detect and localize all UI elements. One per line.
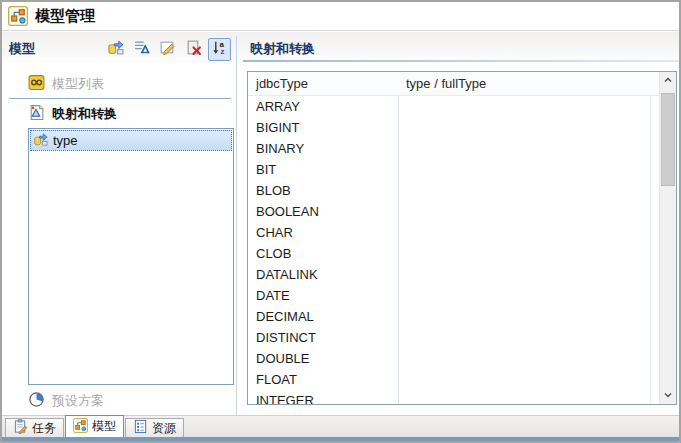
list-item-label: type — [53, 133, 78, 148]
sidebar-item-label: 映射和转换 — [52, 105, 117, 123]
list-item-type[interactable]: type — [30, 130, 232, 151]
table-row[interactable]: DECIMAL — [248, 306, 659, 327]
titlebar: 模型管理 — [2, 2, 679, 31]
page-title: 模型管理 — [35, 7, 95, 26]
sidebar-item-label: 模型列表 — [52, 75, 104, 93]
table-row[interactable]: CLOB — [248, 243, 659, 264]
right-section-title: 映射和转换 — [250, 40, 315, 58]
validate-list-button[interactable] — [130, 38, 153, 61]
table-row[interactable]: BLOB — [248, 180, 659, 201]
column-header-jdbctype[interactable]: jdbcType — [248, 72, 398, 95]
column-header-type[interactable]: type / fullType — [398, 72, 659, 95]
tab-bar-strip — [2, 437, 679, 441]
list-triangle-icon — [133, 39, 150, 60]
table-row[interactable]: ARRAY — [248, 96, 659, 117]
table-row[interactable]: BIT — [248, 159, 659, 180]
tasks-icon — [13, 419, 28, 437]
table-row[interactable]: DATE — [248, 285, 659, 306]
table-row[interactable]: BINARY — [248, 138, 659, 159]
bottom-tab-bar: 任务 模型 资源 — [2, 415, 679, 437]
tab-label: 任务 — [32, 420, 56, 437]
table-row[interactable]: DOUBLE — [248, 348, 659, 369]
diagram-icon — [8, 6, 28, 26]
sidebar-item-label: 预设方案 — [52, 392, 104, 410]
table-row[interactable]: BIGINT — [248, 117, 659, 138]
table-row[interactable]: DATALINK — [248, 264, 659, 285]
chevron-up-icon — [662, 72, 674, 90]
db-arrow-icon — [107, 39, 124, 60]
left-section-title: 模型 — [9, 40, 35, 58]
sidebar-item-preset: 预设方案 — [28, 391, 104, 411]
table-row[interactable]: BOOLEAN — [248, 201, 659, 222]
table-header: jdbcType type / fullType — [248, 72, 659, 96]
model-list-icon — [28, 74, 45, 94]
scroll-down-button[interactable] — [660, 387, 676, 404]
chevron-down-icon — [662, 387, 674, 405]
mapping-list: type — [28, 128, 234, 385]
edit-button[interactable] — [156, 38, 179, 61]
diagram-icon — [73, 418, 88, 436]
mapping-table: jdbcType type / fullType ARRAY BIGINT BI… — [247, 71, 677, 405]
tab-tasks[interactable]: 任务 — [5, 418, 64, 437]
sidebar-item-model-list: 模型列表 — [28, 74, 104, 94]
table-row[interactable]: DISTINCT — [248, 327, 659, 348]
table-row[interactable]: FLOAT — [248, 369, 659, 390]
edit-icon — [159, 39, 176, 60]
tab-resources[interactable]: 资源 — [125, 418, 184, 437]
delete-icon — [185, 39, 202, 60]
add-mapping-button[interactable] — [104, 38, 127, 61]
preset-pie-icon — [28, 391, 45, 411]
model-management-window: 模型管理 模型 映射和转换 — [0, 0, 681, 443]
tab-model[interactable]: 模型 — [65, 415, 124, 437]
sort-az-icon: a z — [211, 39, 228, 60]
svg-text:z: z — [221, 47, 225, 56]
delete-button[interactable] — [182, 38, 205, 61]
tab-label: 资源 — [152, 420, 176, 437]
tab-label: 模型 — [92, 418, 116, 435]
table-body: ARRAY BIGINT BINARY BIT BLOB BOOLEAN CHA… — [248, 96, 659, 404]
resources-icon — [133, 419, 148, 437]
panel-separator — [236, 36, 237, 415]
model-toolbar: a z — [104, 36, 231, 62]
vertical-scrollbar[interactable] — [659, 72, 676, 404]
sort-az-button[interactable]: a z — [208, 38, 231, 61]
mapping-doc-icon — [28, 104, 45, 124]
scrollbar-thumb[interactable] — [661, 93, 675, 186]
table-row[interactable]: INTEGER — [248, 390, 659, 404]
right-section-underline — [243, 60, 679, 62]
sidebar-divider — [9, 98, 231, 100]
db-arrow-icon — [33, 132, 48, 150]
sidebar-item-mapping[interactable]: 映射和转换 — [28, 104, 117, 124]
table-row[interactable]: CHAR — [248, 222, 659, 243]
scroll-up-button[interactable] — [660, 72, 676, 89]
